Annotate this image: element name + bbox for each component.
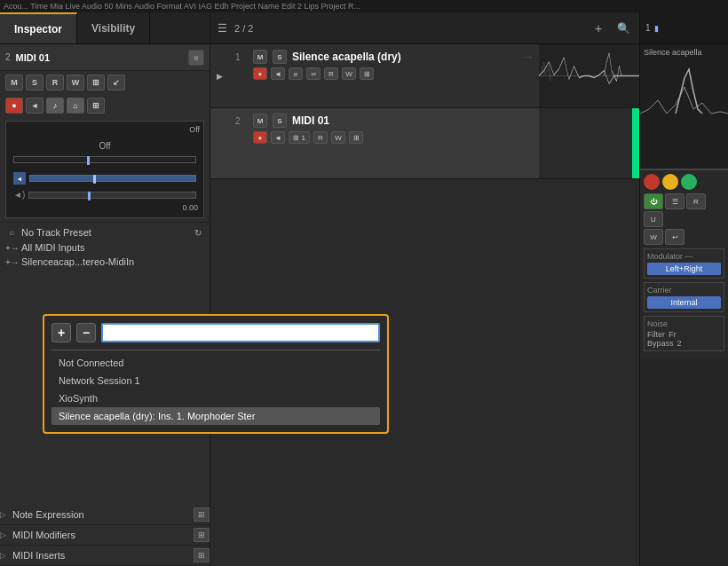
vol-slider[interactable]	[29, 175, 196, 182]
preset-row: ○ No Track Preset ↻	[5, 226, 204, 239]
audio-r-btn[interactable]: R	[324, 67, 338, 80]
track-header: 2 MIDI 01 e	[0, 44, 210, 71]
vol-icon: ◄	[13, 172, 26, 185]
midi-mute-button[interactable]: M	[253, 114, 267, 128]
right-track-name: Silence acapella	[640, 44, 728, 60]
track-edit-button[interactable]: e	[188, 50, 204, 66]
solo-button[interactable]: S	[26, 75, 44, 90]
controls-row-1: M S R W ⊞ ↙	[0, 71, 210, 94]
write-ctrl-btn[interactable]: U	[644, 211, 663, 227]
popup-divider	[51, 350, 380, 350]
audio-waveform-area	[539, 44, 639, 107]
dropdown-item-silence-acapella[interactable]: Silence acapella (dry): Ins. 1. Morphode…	[51, 407, 380, 425]
right-track-number: 1	[645, 23, 651, 33]
center-panel: ☰ 2 / 2 + 🔍 ▶ 1 M S Silence acapella (dr…	[210, 12, 639, 566]
audio-play-btn[interactable]: ◄	[271, 67, 285, 80]
tab-visibility[interactable]: Visibility	[77, 12, 150, 43]
right-instrument-panel: ⏻ ☰ R U W ↩ Modulator — Left+Right Carri…	[640, 169, 728, 358]
midi-inserts-btn[interactable]: ⊞	[194, 548, 210, 562]
preset-icon: ○	[5, 226, 18, 239]
midi-track-number: 2	[235, 116, 248, 126]
undo-btn[interactable]: ↩	[665, 229, 684, 245]
filter-label: Filter	[647, 330, 665, 339]
write-button[interactable]: W	[67, 75, 84, 90]
home-button[interactable]: ⌂	[67, 98, 84, 114]
midi-w-btn[interactable]: W	[331, 131, 345, 144]
dropdown-item-network-session[interactable]: Network Session 1	[51, 372, 380, 389]
popup-add-button[interactable]: +	[51, 323, 71, 342]
midi-modifiers-label: MIDI Modifiers	[12, 530, 190, 540]
waveform-preview: Silence acapella	[640, 44, 728, 169]
audio-track-play-indicator: ▶	[210, 44, 228, 107]
midi-track-title: MIDI 01	[292, 114, 329, 127]
dropdown-item-xiosynth[interactable]: XioSynth	[51, 389, 380, 407]
audio-mute-button[interactable]: M	[253, 50, 267, 64]
audio-track-name-area: 1 M S Silence acapella (dry) ···	[235, 50, 532, 64]
silence-input-icon: +→	[5, 257, 18, 267]
audio-record-btn[interactable]: ●	[253, 67, 267, 80]
popup-remove-button[interactable]: −	[76, 323, 96, 342]
power-btn[interactable]: ⏻	[644, 193, 663, 209]
dropdown-item-not-connected[interactable]: Not Connected	[51, 354, 380, 372]
maximize-instrument-btn[interactable]	[681, 174, 697, 190]
bypass-val: 2	[677, 339, 682, 348]
midi-modifiers-btn[interactable]: ⊞	[194, 528, 210, 542]
play-button[interactable]: ◄	[26, 98, 44, 114]
audio-track-row: ▶ 1 M S Silence acapella (dry) ··· ● ◄ e…	[210, 44, 639, 108]
note-expression-section: ▷ Note Expression ⊞	[0, 505, 210, 525]
pan-slider[interactable]	[13, 156, 196, 163]
carrier-value[interactable]: Internal	[647, 296, 721, 309]
tab-inspector[interactable]: Inspector	[0, 12, 77, 43]
filter-val: Fr	[669, 330, 677, 339]
read-button[interactable]: R	[46, 75, 64, 90]
top-bar: Acou... Time Mia Live Audio 50 Mins Audi…	[0, 0, 728, 12]
refresh-button[interactable]: ↻	[192, 226, 204, 239]
midi-btn[interactable]: ☰	[665, 193, 684, 209]
center-add-button[interactable]: +	[590, 20, 607, 37]
modulator-value[interactable]: Left+Right	[647, 263, 721, 275]
aux-slider[interactable]	[28, 192, 196, 199]
midi-track-row: 2 M S MIDI 01 ● ◄ ⊞ 1 R W ⊞	[210, 108, 639, 179]
audio-w-btn[interactable]: W	[342, 67, 356, 80]
midi-record-btn[interactable]: ●	[253, 131, 267, 144]
preset-label: No Track Preset	[21, 227, 188, 238]
midi-track-name-area: 2 M S MIDI 01	[235, 114, 532, 128]
controls-row-2: ● ◄ ♪ ⌂ ⊞	[0, 94, 210, 117]
wave-btn[interactable]: W	[644, 229, 663, 245]
record-button[interactable]: ●	[5, 98, 23, 114]
midi-solo-button[interactable]: S	[273, 114, 287, 128]
grid2-button[interactable]: ⊞	[87, 98, 105, 114]
arrow-button[interactable]: ↙	[107, 75, 125, 90]
grid-button[interactable]: ⊞	[87, 75, 105, 90]
modulator-section: Modulator — Left+Right	[644, 248, 724, 279]
off-label: Off	[189, 125, 200, 134]
read-ctrl-btn[interactable]: R	[686, 193, 706, 209]
right-panel: 1 ▮ Silence acapella ⏻ ☰ R	[639, 12, 728, 566]
note-button[interactable]: ♪	[46, 98, 64, 114]
silence-input-label: Silenceacap...tereo-MidiIn	[21, 256, 134, 267]
audio-track-controls: ● ◄ e ∞ R W ⊞	[235, 67, 532, 80]
tab-bar: Inspector Visibility	[0, 12, 210, 44]
audio-edit-btn[interactable]: e	[289, 67, 303, 80]
center-search-button[interactable]: 🔍	[614, 20, 632, 37]
audio-solo-button[interactable]: S	[273, 50, 287, 64]
audio-grid-btn[interactable]: ⊞	[360, 67, 374, 80]
midi-inserts-label: MIDI Inserts	[12, 550, 190, 561]
midi-grid-btn[interactable]: ⊞ 1	[289, 131, 310, 144]
popup-search-input[interactable]	[101, 323, 380, 342]
bottom-sections: ▷ Note Expression ⊞ ▷ MIDI Modifiers ⊞ ▷…	[0, 505, 210, 566]
minimize-instrument-btn[interactable]	[662, 174, 678, 190]
close-instrument-btn[interactable]	[644, 174, 660, 190]
list-icon: ☰	[218, 22, 227, 35]
midi-play-btn[interactable]: ◄	[271, 131, 285, 144]
right-track-preview-bar: ▮	[654, 24, 659, 33]
audio-loop-btn[interactable]: ∞	[306, 67, 320, 80]
midi-input-row: +→ All MIDI Inputs	[5, 242, 204, 253]
left-panel: Inspector Visibility 2 MIDI 01 e M S R W…	[0, 12, 210, 566]
midi-r-btn[interactable]: R	[313, 131, 328, 144]
midi-grid2-btn[interactable]: ⊞	[349, 131, 363, 144]
note-expression-btn[interactable]: ⊞	[194, 507, 210, 522]
mute-button[interactable]: M	[5, 75, 23, 90]
midi-inserts-expand: ▷	[0, 551, 9, 560]
right-waveform-svg	[640, 60, 728, 167]
